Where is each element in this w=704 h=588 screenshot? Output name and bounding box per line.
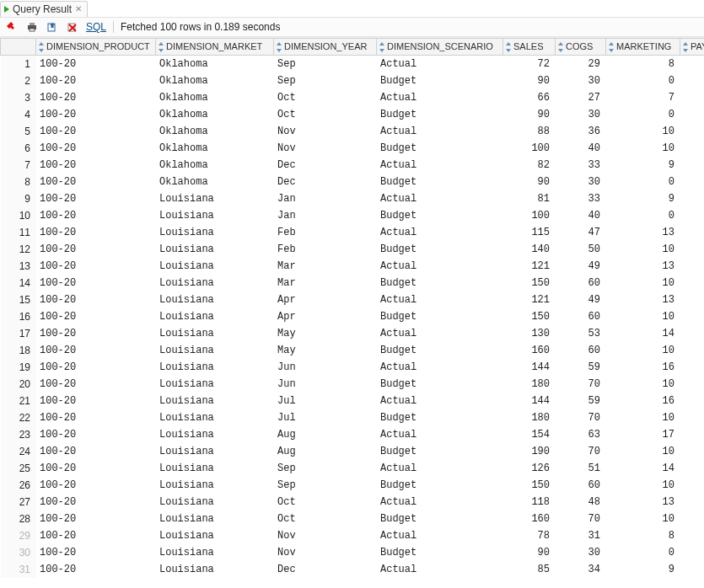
cell-marketing[interactable]: 9 — [606, 190, 680, 207]
cell-marketing[interactable]: 10 — [606, 477, 680, 494]
cell-sales[interactable]: 154 — [503, 426, 556, 443]
cell-marketing[interactable]: 14 — [606, 460, 680, 477]
cell-cogs[interactable]: 53 — [556, 325, 606, 342]
cell-marketing[interactable]: 14 — [606, 325, 680, 342]
sql-button[interactable]: SQL — [86, 21, 106, 33]
cell-year[interactable]: Nov — [274, 140, 377, 157]
cell-product[interactable]: 100-20 — [36, 544, 156, 561]
cell-cogs[interactable]: 51 — [556, 460, 606, 477]
row-number-cell[interactable]: 18 — [1, 342, 36, 359]
cell-sales[interactable]: 90 — [503, 174, 556, 190]
cell-scenario[interactable]: Budget — [377, 241, 503, 258]
cell-scenario[interactable]: Budget — [377, 140, 503, 157]
cell-product[interactable]: 100-20 — [36, 527, 156, 544]
table-row[interactable]: 20100-20LouisianaJunBudget1807010 — [1, 376, 705, 393]
column-header[interactable]: DIMENSION_PRODUCT — [36, 39, 156, 56]
cell-marketing[interactable]: 13 — [606, 494, 680, 510]
cell-cogs[interactable]: 59 — [556, 393, 606, 409]
cell-cogs[interactable]: 47 — [556, 224, 606, 241]
cell-year[interactable]: Aug — [274, 426, 377, 443]
column-header[interactable]: DIMENSION_MARKET — [156, 39, 274, 56]
row-number-cell[interactable]: 2 — [1, 72, 36, 89]
cell-marketing[interactable]: 17 — [606, 426, 680, 443]
cell-scenario[interactable]: Actual — [377, 561, 503, 578]
row-number-cell[interactable]: 13 — [1, 258, 36, 275]
cell-pay[interactable] — [680, 224, 705, 241]
cell-pay[interactable] — [680, 460, 705, 477]
cell-year[interactable]: Dec — [274, 174, 377, 190]
cell-sales[interactable]: 190 — [503, 443, 556, 460]
table-row[interactable]: 19100-20LouisianaJunActual1445916 — [1, 359, 705, 376]
cell-market[interactable]: Louisiana — [156, 258, 274, 275]
cell-cogs[interactable]: 29 — [556, 56, 606, 72]
cell-pay[interactable] — [680, 207, 705, 224]
row-number-cell[interactable]: 25 — [1, 460, 36, 477]
table-row[interactable]: 7100-20OklahomaDecActual82339 — [1, 157, 705, 174]
cell-pay[interactable] — [680, 544, 705, 561]
cell-year[interactable]: Mar — [274, 258, 377, 275]
cell-scenario[interactable]: Actual — [377, 291, 503, 308]
cell-scenario[interactable]: Budget — [377, 275, 503, 291]
cell-scenario[interactable]: Budget — [377, 207, 503, 224]
table-row[interactable]: 28100-20LouisianaOctBudget1607010 — [1, 510, 705, 527]
cell-marketing[interactable]: 7 — [606, 89, 680, 106]
cell-marketing[interactable]: 10 — [606, 342, 680, 359]
cell-product[interactable]: 100-20 — [36, 207, 156, 224]
cell-marketing[interactable]: 13 — [606, 258, 680, 275]
row-number-cell[interactable]: 7 — [1, 157, 36, 174]
cell-market[interactable]: Oklahoma — [156, 72, 274, 89]
cell-scenario[interactable]: Budget — [377, 174, 503, 190]
column-header[interactable]: PAY — [680, 39, 705, 56]
row-number-cell[interactable]: 14 — [1, 275, 36, 291]
cell-year[interactable]: Sep — [274, 56, 377, 72]
cell-year[interactable]: Feb — [274, 224, 377, 241]
cell-product[interactable]: 100-20 — [36, 359, 156, 376]
cell-cogs[interactable]: 30 — [556, 544, 606, 561]
cell-pay[interactable] — [680, 494, 705, 510]
delete-icon[interactable] — [66, 20, 79, 34]
row-number-cell[interactable]: 15 — [1, 291, 36, 308]
cell-scenario[interactable]: Budget — [377, 477, 503, 494]
export-icon[interactable] — [46, 20, 59, 34]
cell-year[interactable]: Apr — [274, 308, 377, 325]
table-row[interactable]: 16100-20LouisianaAprBudget1506010 — [1, 308, 705, 325]
cell-scenario[interactable]: Actual — [377, 426, 503, 443]
row-number-cell[interactable]: 9 — [1, 190, 36, 207]
cell-year[interactable]: Jan — [274, 207, 377, 224]
cell-pay[interactable] — [680, 426, 705, 443]
cell-cogs[interactable]: 70 — [556, 443, 606, 460]
table-row[interactable]: 6100-20OklahomaNovBudget1004010 — [1, 140, 705, 157]
cell-sales[interactable]: 72 — [503, 56, 556, 72]
table-row[interactable]: 5100-20OklahomaNovActual883610 — [1, 123, 705, 140]
cell-market[interactable]: Louisiana — [156, 393, 274, 409]
cell-pay[interactable] — [680, 342, 705, 359]
row-number-cell[interactable]: 1 — [1, 56, 36, 72]
table-row[interactable]: 30100-20LouisianaNovBudget90300 — [1, 544, 705, 561]
cell-cogs[interactable]: 60 — [556, 477, 606, 494]
column-header[interactable]: DIMENSION_SCENARIO — [377, 39, 503, 56]
cell-cogs[interactable]: 70 — [556, 510, 606, 527]
cell-year[interactable]: Nov — [274, 527, 377, 544]
cell-scenario[interactable]: Actual — [377, 258, 503, 275]
cell-cogs[interactable]: 34 — [556, 561, 606, 578]
row-number-cell[interactable]: 29 — [1, 527, 36, 544]
cell-market[interactable]: Oklahoma — [156, 157, 274, 174]
cell-cogs[interactable]: 40 — [556, 207, 606, 224]
cell-market[interactable]: Louisiana — [156, 477, 274, 494]
cell-pay[interactable] — [680, 241, 705, 258]
cell-marketing[interactable]: 10 — [606, 510, 680, 527]
cell-marketing[interactable]: 10 — [606, 275, 680, 291]
cell-scenario[interactable]: Actual — [377, 89, 503, 106]
row-number-cell[interactable]: 8 — [1, 174, 36, 190]
cell-cogs[interactable]: 33 — [556, 157, 606, 174]
cell-marketing[interactable]: 10 — [606, 140, 680, 157]
cell-sales[interactable]: 115 — [503, 224, 556, 241]
cell-marketing[interactable]: 0 — [606, 544, 680, 561]
table-row[interactable]: 4100-20OklahomaOctBudget90300 — [1, 106, 705, 123]
row-number-cell[interactable]: 30 — [1, 544, 36, 561]
cell-market[interactable]: Louisiana — [156, 544, 274, 561]
cell-product[interactable]: 100-20 — [36, 561, 156, 578]
cell-market[interactable]: Louisiana — [156, 241, 274, 258]
cell-year[interactable]: Dec — [274, 157, 377, 174]
row-number-cell[interactable]: 12 — [1, 241, 36, 258]
